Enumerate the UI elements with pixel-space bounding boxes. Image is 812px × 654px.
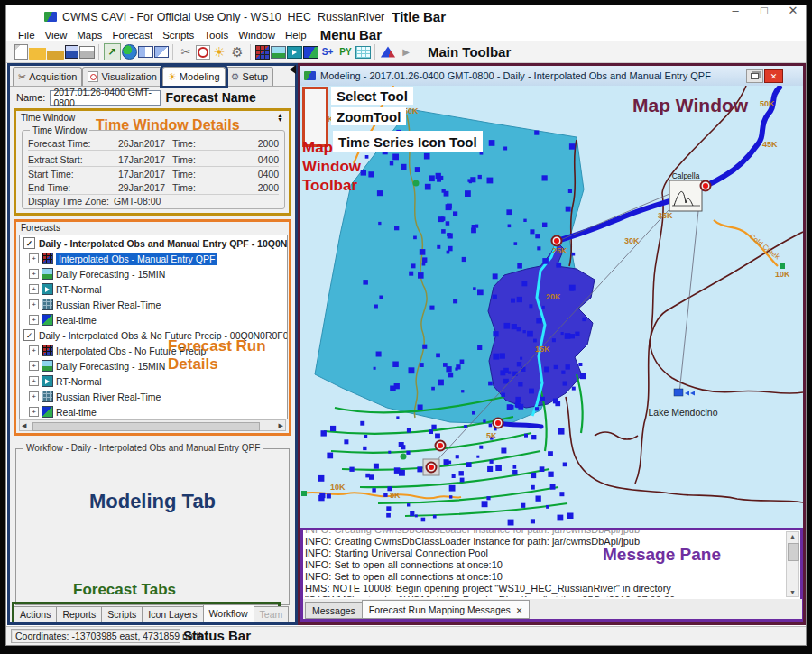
forecast-group-row[interactable]: Daily - Interpolated Obs and Manual Entr… (20, 235, 287, 251)
tab-scripts[interactable]: Scripts (101, 606, 143, 622)
menu-file[interactable]: File (18, 30, 35, 41)
map-canvas[interactable]: Calpella Cold Creek Lake Mendocino (300, 86, 803, 528)
map-layers-icon[interactable] (303, 46, 318, 59)
forecast-run-row[interactable]: Real-time (20, 312, 287, 327)
tab-messages[interactable]: Messages (305, 602, 363, 619)
setup-gear-icon[interactable]: ⚙ (229, 43, 246, 60)
menu-maps[interactable]: Maps (77, 30, 102, 41)
tab-reports[interactable]: Reports (56, 606, 102, 622)
annotation-forecast-run-details: Forecast Run Details (168, 337, 266, 373)
forecast-run-row[interactable]: Russian River Real-Time (20, 297, 287, 312)
forecast-tabs-row: Actions Reports Scripts Icon Layers Work… (14, 604, 288, 622)
scrollbar-thumb[interactable] (788, 543, 799, 561)
scroll-down-icon[interactable]: ▼ (787, 589, 798, 595)
tab-acquisition[interactable]: ✂Acquisition (13, 67, 82, 86)
expand-icon[interactable] (29, 253, 39, 263)
gear-icon: ⚙ (231, 72, 240, 82)
map-restore-button[interactable] (746, 69, 763, 83)
export-icon[interactable]: ↗ (104, 43, 121, 60)
forecast-run-row[interactable]: RT-Normal (20, 281, 287, 297)
expand-icon[interactable] (29, 376, 39, 386)
maximize-button[interactable]: □ (752, 4, 776, 17)
forecast-run-row[interactable]: Russian River Real-Time (20, 389, 287, 404)
split-view-icon[interactable] (138, 46, 153, 58)
tab-forecast-run-mapping-messages[interactable]: Forecast Run Mapping Messages (362, 600, 531, 619)
table-chart-icon[interactable] (355, 46, 371, 59)
map-pointer-icon[interactable] (287, 46, 302, 59)
realtime-icon (42, 406, 53, 418)
forecast-run-row[interactable]: RT-Normal (20, 373, 287, 389)
menu-help[interactable]: Help (285, 30, 307, 41)
display-tz-row: Display Time Zone:GMT-08:00 (28, 194, 279, 207)
expand-icon[interactable] (29, 361, 39, 371)
modeling-sun-icon[interactable]: ☀ (211, 43, 228, 60)
print-icon[interactable] (79, 46, 95, 59)
cascade-windows-icon[interactable] (154, 46, 169, 58)
expand-icon[interactable] (29, 315, 39, 325)
magnifier-icon (88, 71, 98, 82)
scroll-left-icon[interactable]: ◀ (20, 422, 28, 429)
calpella-plot-box[interactable] (669, 180, 702, 211)
tab-workflow[interactable]: Workflow (203, 604, 254, 622)
creek-end-marker (301, 491, 307, 496)
horizontal-scrollbar[interactable]: ◀ ▶ (19, 419, 286, 431)
tiles-icon (42, 299, 53, 310)
expand-icon[interactable] (29, 391, 39, 401)
scrollbar-thumb[interactable] (32, 422, 260, 431)
svg-text:25K: 25K (552, 246, 567, 255)
expand-icon[interactable] (29, 284, 39, 294)
menu-window[interactable]: Window (238, 30, 275, 41)
menu-tools[interactable]: Tools (204, 30, 228, 41)
save-icon[interactable] (65, 45, 78, 59)
forecast-run-row[interactable]: Interpolated Obs - Manual Entry QPF (20, 251, 287, 266)
checkbox-checked[interactable] (23, 329, 35, 341)
expand-icon[interactable] (29, 299, 39, 309)
pane-collapse-icon[interactable] (290, 65, 296, 74)
tab-setup[interactable]: ⚙Setup (226, 67, 274, 86)
grid-editor-icon[interactable] (255, 45, 270, 60)
annotation-forecast-tabs: Forecast Tabs (73, 581, 176, 599)
map-close-button[interactable] (764, 69, 783, 83)
svg-text:20K: 20K (546, 292, 561, 301)
scroll-up-icon[interactable]: ▲ (787, 533, 798, 539)
map-window-title: Modeling - 2017.01.26-0400 GMT-0800 - Da… (320, 70, 711, 81)
acquisition-scissors-icon[interactable]: ✂ (178, 43, 195, 60)
map-window-titlebar[interactable]: Modeling - 2017.01.26-0400 GMT-0800 - Da… (300, 66, 803, 87)
tab-icon-layers[interactable]: Icon Layers (142, 606, 203, 622)
expand-icon[interactable] (29, 269, 39, 279)
forecast-run-row[interactable]: Daily Forecasting - 15MIN (20, 266, 287, 281)
python-icon[interactable]: PY (337, 43, 355, 60)
menu-view[interactable]: View (45, 30, 68, 41)
splus-icon[interactable]: S+ (319, 43, 337, 60)
refresh-globe-icon[interactable] (122, 44, 137, 60)
map-icon (42, 283, 53, 295)
plot-mountain-icon[interactable] (380, 45, 396, 59)
message-pane: INFO: Creating CwmsDbClassLoader instanc… (300, 528, 803, 622)
expand-icon[interactable] (29, 345, 39, 355)
toolbar-overflow-icon[interactable]: ▶ (398, 43, 415, 60)
tab-actions[interactable]: Actions (14, 606, 57, 622)
open-watershed-icon[interactable] (47, 43, 64, 60)
open-folder-icon[interactable] (29, 43, 46, 60)
menu-forecast[interactable]: Forecast (112, 30, 152, 41)
checkbox-checked[interactable] (23, 237, 35, 249)
scroll-right-icon[interactable]: ▶ (277, 422, 285, 429)
forecast-run-row[interactable]: Real-time (20, 404, 287, 419)
annotation-zoom-tool: ZoomTool (331, 107, 406, 125)
close-tab-icon[interactable] (516, 604, 523, 615)
close-button[interactable]: ✕ (781, 4, 805, 17)
vertical-scrollbar[interactable]: ▲ ▼ (786, 531, 799, 597)
collapse-icon[interactable]: ▲▼ (277, 113, 283, 122)
window-title: CWMS CAVI - For Official Use Only - WS10… (62, 11, 384, 23)
menu-scripts[interactable]: Scripts (162, 30, 194, 41)
expand-icon[interactable] (29, 407, 39, 417)
tab-modeling[interactable]: ☀Modeling (162, 67, 226, 86)
tab-visualization[interactable]: Visualization (82, 67, 162, 86)
new-file-icon[interactable] (14, 44, 28, 60)
image-layer-icon[interactable] (271, 46, 286, 59)
forecast-name-field[interactable]: 2017.01.26-0400 GMT-0800 (50, 90, 161, 106)
message-line: HMS: NOTE 10008: Begin opening project "… (305, 583, 776, 594)
visualization-icon[interactable] (196, 45, 210, 60)
svg-text:10K: 10K (330, 483, 346, 492)
minimize-button[interactable]: – (724, 4, 747, 17)
